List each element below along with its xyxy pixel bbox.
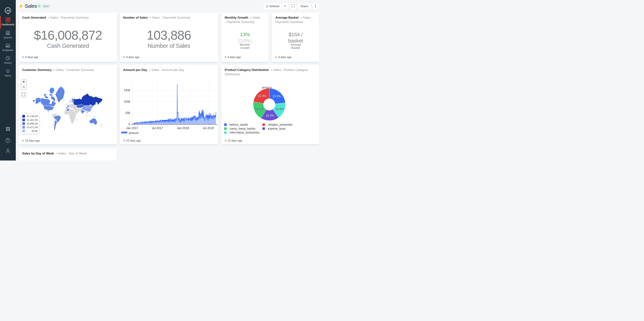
svg-text:amount: amount	[262, 86, 272, 89]
svg-text:18.3%: 18.3%	[266, 114, 274, 117]
svg-text:19.2%: 19.2%	[255, 107, 264, 111]
svg-text:informatica_acessorios: informatica_acessorios	[230, 131, 260, 134]
svg-text:23.3%: 23.3%	[272, 95, 281, 98]
svg-text:16.9%: 16.9%	[275, 107, 284, 111]
svg-text:22.3%: 22.3%	[258, 94, 266, 98]
svg-text:relogios_presentes: relogios_presentes	[268, 123, 293, 126]
svg-text:cama_mesa_banho: cama_mesa_banho	[230, 127, 256, 130]
svg-text:esporte_lazer: esporte_lazer	[268, 127, 286, 130]
svg-text:beleza_saude: beleza_saude	[230, 123, 248, 126]
